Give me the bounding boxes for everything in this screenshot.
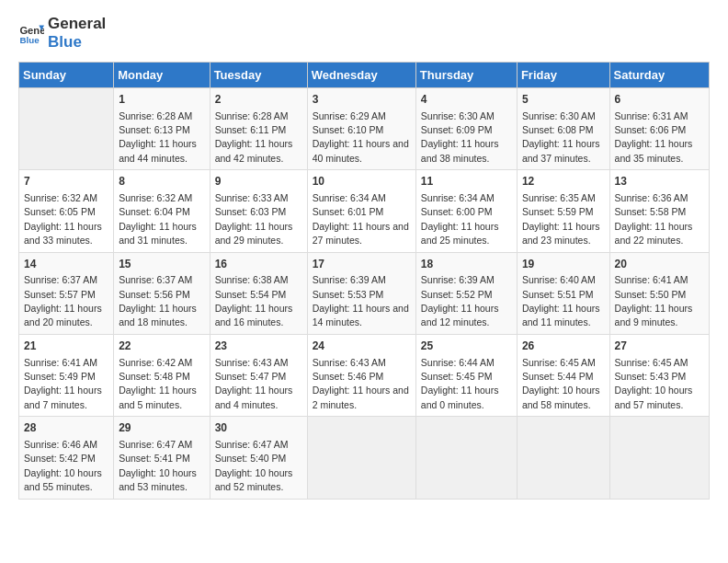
day-cell: 28 Sunrise: 6:46 AMSunset: 5:42 PMDaylig… [19, 417, 114, 499]
week-row-1: 1 Sunrise: 6:28 AMSunset: 6:13 PMDayligh… [19, 87, 710, 169]
day-number: 3 [313, 92, 411, 108]
col-header-friday: Friday [517, 62, 609, 87]
day-number: 21 [24, 339, 108, 354]
day-number: 14 [24, 257, 108, 272]
col-header-wednesday: Wednesday [307, 62, 415, 87]
day-cell: 9 Sunrise: 6:33 AMSunset: 6:03 PMDayligh… [210, 170, 307, 252]
day-cell: 18 Sunrise: 6:39 AMSunset: 5:52 PMDaylig… [415, 252, 517, 334]
day-number: 29 [119, 420, 204, 436]
day-number: 2 [215, 92, 302, 108]
day-cell: 30 Sunrise: 6:47 AMSunset: 5:40 PMDaylig… [210, 417, 307, 499]
day-number: 11 [421, 174, 512, 190]
day-cell: 8 Sunrise: 6:32 AMSunset: 6:04 PMDayligh… [114, 170, 210, 252]
day-info: Sunrise: 6:46 AMSunset: 5:42 PMDaylight:… [24, 439, 102, 492]
day-info: Sunrise: 6:32 AMSunset: 6:04 PMDaylight:… [119, 192, 197, 246]
day-number: 22 [119, 339, 204, 354]
day-info: Sunrise: 6:33 AMSunset: 6:03 PMDaylight:… [215, 192, 293, 246]
logo-icon: General Blue [18, 20, 44, 46]
day-cell: 6 Sunrise: 6:31 AMSunset: 6:06 PMDayligh… [609, 87, 709, 169]
day-cell: 1 Sunrise: 6:28 AMSunset: 6:13 PMDayligh… [114, 87, 210, 169]
day-info: Sunrise: 6:37 AMSunset: 5:57 PMDaylight:… [24, 274, 102, 327]
page-header: General Blue General Blue [18, 15, 710, 52]
day-info: Sunrise: 6:29 AMSunset: 6:10 PMDaylight:… [313, 110, 409, 164]
day-number: 15 [119, 257, 204, 272]
day-cell: 16 Sunrise: 6:38 AMSunset: 5:54 PMDaylig… [210, 252, 307, 334]
day-cell: 13 Sunrise: 6:36 AMSunset: 5:58 PMDaylig… [609, 170, 709, 252]
day-cell: 14 Sunrise: 6:37 AMSunset: 5:57 PMDaylig… [19, 252, 114, 334]
day-cell: 15 Sunrise: 6:37 AMSunset: 5:56 PMDaylig… [114, 252, 210, 334]
day-number: 18 [421, 257, 512, 272]
day-info: Sunrise: 6:43 AMSunset: 5:47 PMDaylight:… [215, 357, 293, 410]
day-number: 4 [421, 92, 512, 108]
col-header-saturday: Saturday [609, 62, 709, 87]
day-number: 7 [24, 174, 108, 190]
day-cell: 12 Sunrise: 6:35 AMSunset: 5:59 PMDaylig… [517, 170, 609, 252]
day-cell: 7 Sunrise: 6:32 AMSunset: 6:05 PMDayligh… [19, 170, 114, 252]
day-cell: 23 Sunrise: 6:43 AMSunset: 5:47 PMDaylig… [210, 334, 307, 416]
day-info: Sunrise: 6:32 AMSunset: 6:05 PMDaylight:… [24, 192, 102, 246]
day-info: Sunrise: 6:45 AMSunset: 5:43 PMDaylight:… [615, 357, 693, 410]
day-cell [415, 417, 517, 499]
day-info: Sunrise: 6:34 AMSunset: 6:00 PMDaylight:… [421, 192, 499, 246]
day-cell [19, 87, 114, 169]
day-cell: 19 Sunrise: 6:40 AMSunset: 5:51 PMDaylig… [517, 252, 609, 334]
logo-text-general: General [48, 15, 106, 33]
day-cell: 29 Sunrise: 6:47 AMSunset: 5:41 PMDaylig… [114, 417, 210, 499]
day-number: 25 [421, 339, 512, 354]
day-number: 13 [615, 174, 704, 190]
day-cell: 17 Sunrise: 6:39 AMSunset: 5:53 PMDaylig… [307, 252, 415, 334]
day-cell: 5 Sunrise: 6:30 AMSunset: 6:08 PMDayligh… [517, 87, 609, 169]
day-number: 5 [522, 92, 605, 108]
day-number: 26 [522, 339, 605, 354]
day-info: Sunrise: 6:39 AMSunset: 5:53 PMDaylight:… [313, 274, 409, 327]
day-number: 30 [215, 420, 302, 436]
day-number: 10 [313, 174, 411, 190]
day-info: Sunrise: 6:41 AMSunset: 5:50 PMDaylight:… [615, 274, 693, 327]
day-info: Sunrise: 6:28 AMSunset: 6:11 PMDaylight:… [215, 110, 293, 164]
day-cell [609, 417, 709, 499]
day-info: Sunrise: 6:36 AMSunset: 5:58 PMDaylight:… [615, 192, 693, 246]
svg-text:Blue: Blue [19, 36, 40, 46]
day-cell: 3 Sunrise: 6:29 AMSunset: 6:10 PMDayligh… [307, 87, 415, 169]
calendar-header-row: SundayMondayTuesdayWednesdayThursdayFrid… [19, 62, 710, 87]
day-cell [517, 417, 609, 499]
day-cell: 25 Sunrise: 6:44 AMSunset: 5:45 PMDaylig… [415, 334, 517, 416]
calendar-table: SundayMondayTuesdayWednesdayThursdayFrid… [18, 62, 710, 500]
day-number: 9 [215, 174, 302, 190]
day-info: Sunrise: 6:35 AMSunset: 5:59 PMDaylight:… [522, 192, 600, 246]
week-row-3: 14 Sunrise: 6:37 AMSunset: 5:57 PMDaylig… [19, 252, 710, 334]
day-info: Sunrise: 6:44 AMSunset: 5:45 PMDaylight:… [421, 357, 499, 410]
day-info: Sunrise: 6:45 AMSunset: 5:44 PMDaylight:… [522, 357, 600, 410]
day-number: 20 [615, 257, 704, 272]
day-number: 28 [24, 420, 108, 436]
col-header-sunday: Sunday [19, 62, 114, 87]
day-cell: 10 Sunrise: 6:34 AMSunset: 6:01 PMDaylig… [307, 170, 415, 252]
day-info: Sunrise: 6:37 AMSunset: 5:56 PMDaylight:… [119, 274, 197, 327]
day-info: Sunrise: 6:28 AMSunset: 6:13 PMDaylight:… [119, 110, 197, 164]
day-number: 1 [119, 92, 204, 108]
logo-text-blue: Blue [48, 33, 106, 52]
day-number: 16 [215, 257, 302, 272]
day-info: Sunrise: 6:47 AMSunset: 5:41 PMDaylight:… [119, 439, 197, 492]
week-row-5: 28 Sunrise: 6:46 AMSunset: 5:42 PMDaylig… [19, 417, 710, 499]
day-cell: 20 Sunrise: 6:41 AMSunset: 5:50 PMDaylig… [609, 252, 709, 334]
day-number: 6 [615, 92, 704, 108]
day-info: Sunrise: 6:30 AMSunset: 6:08 PMDaylight:… [522, 110, 600, 164]
logo: General Blue General Blue [18, 15, 106, 52]
day-number: 17 [313, 257, 411, 272]
day-number: 8 [119, 174, 204, 190]
day-cell [307, 417, 415, 499]
col-header-thursday: Thursday [415, 62, 517, 87]
day-info: Sunrise: 6:38 AMSunset: 5:54 PMDaylight:… [215, 274, 293, 327]
day-info: Sunrise: 6:43 AMSunset: 5:46 PMDaylight:… [313, 357, 409, 410]
day-info: Sunrise: 6:39 AMSunset: 5:52 PMDaylight:… [421, 274, 499, 327]
day-info: Sunrise: 6:31 AMSunset: 6:06 PMDaylight:… [615, 110, 693, 164]
day-cell: 26 Sunrise: 6:45 AMSunset: 5:44 PMDaylig… [517, 334, 609, 416]
day-number: 12 [522, 174, 605, 190]
col-header-monday: Monday [114, 62, 210, 87]
day-number: 23 [215, 339, 302, 354]
day-info: Sunrise: 6:40 AMSunset: 5:51 PMDaylight:… [522, 274, 600, 327]
day-cell: 11 Sunrise: 6:34 AMSunset: 6:00 PMDaylig… [415, 170, 517, 252]
day-info: Sunrise: 6:47 AMSunset: 5:40 PMDaylight:… [215, 439, 293, 492]
col-header-tuesday: Tuesday [210, 62, 307, 87]
